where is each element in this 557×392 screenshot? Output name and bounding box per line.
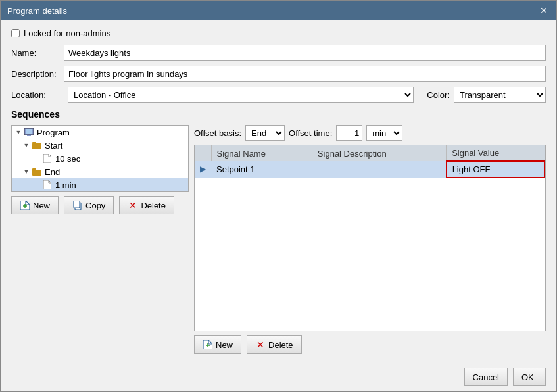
location-group: Location: Location - Office [11, 87, 414, 103]
expand-start-icon: ▼ [22, 141, 30, 149]
name-label: Name: [11, 48, 64, 58]
sequences-area: ▼ Program ▼ [11, 125, 546, 354]
offset-unit-select[interactable]: min sec hr [366, 125, 402, 141]
doc-10sec-icon [42, 153, 53, 164]
expand-end-icon: ▼ [22, 168, 30, 176]
location-select[interactable]: Location - Office [68, 87, 414, 103]
right-panel: Offset basis: End Start Offset time: min… [194, 125, 546, 354]
dialog-body: Locked for non-admins Name: Description:… [1, 20, 556, 362]
name-row: Name: [11, 45, 546, 61]
color-group: Color: Transparent [427, 87, 546, 103]
svg-rect-3 [32, 143, 41, 149]
svg-rect-2 [27, 135, 31, 136]
col-header-signal-name: Signal Name [211, 145, 312, 161]
color-label: Color: [427, 90, 450, 100]
close-button[interactable]: ✕ [538, 5, 550, 16]
tree-item-1min[interactable]: ▶ 1 min [12, 178, 188, 191]
offset-basis-label: Offset basis: [194, 128, 241, 138]
col-header-signal-description: Signal Description [312, 145, 446, 161]
folder-start-icon [32, 140, 42, 151]
location-color-row: Location: Location - Office Color: Trans… [11, 87, 546, 103]
table-delete-label: Delete [268, 340, 293, 350]
table-buttons: New ✕ Delete [194, 335, 546, 354]
sequences-label: Sequences [11, 109, 546, 120]
offset-basis-select[interactable]: End Start [245, 125, 285, 141]
location-label: Location: [11, 90, 64, 100]
tree-delete-label: Delete [141, 201, 166, 210]
tree-item-start[interactable]: ▼ Start [12, 139, 188, 152]
tree-delete-button[interactable]: ✕ Delete [119, 196, 174, 214]
ok-button[interactable]: OK [513, 368, 546, 386]
svg-marker-5 [43, 154, 51, 163]
dialog-title: Program details [7, 6, 67, 16]
tree-item-10sec[interactable]: ▶ 10 sec [12, 152, 188, 165]
folder-end-icon [32, 166, 42, 177]
description-row: Description: [11, 66, 546, 82]
tree-item-1min-label: 1 min [55, 180, 76, 190]
offset-time-input[interactable] [336, 125, 362, 141]
locked-label: Locked for non-admins [24, 28, 110, 38]
signal-name-cell: Setpoint 1 [211, 161, 312, 178]
new-table-icon [203, 339, 213, 350]
svg-rect-7 [32, 168, 36, 170]
tree-copy-button[interactable]: Copy [64, 196, 114, 214]
locked-checkbox[interactable] [11, 29, 20, 37]
color-select[interactable]: Transparent [454, 87, 546, 103]
offset-time-label: Offset time: [289, 128, 332, 138]
signal-description-cell [312, 161, 446, 178]
doc-1min-icon [42, 180, 53, 190]
svg-rect-13 [74, 201, 80, 208]
svg-rect-1 [26, 129, 32, 134]
cancel-button[interactable]: Cancel [464, 368, 508, 386]
tree-section: ▼ Program ▼ [11, 125, 189, 354]
description-label: Description: [11, 69, 64, 79]
col-header-signal-value: Signal Value [447, 145, 545, 161]
tree-new-label: New [33, 201, 50, 210]
tree-item-program-label: Program [37, 128, 70, 137]
signal-value-cell[interactable]: Light OFF [447, 161, 545, 178]
svg-marker-8 [43, 180, 51, 189]
signal-table-wrapper: Signal Name Signal Description Signal Va… [194, 145, 546, 331]
tree-item-end[interactable]: ▼ End [12, 165, 188, 178]
offset-row: Offset basis: End Start Offset time: min… [194, 125, 546, 141]
tree-copy-label: Copy [85, 201, 105, 210]
dialog-footer: Cancel OK [1, 362, 556, 391]
monitor-icon [24, 127, 34, 137]
table-new-label: New [216, 340, 233, 350]
tree-item-start-label: Start [45, 141, 62, 151]
svg-rect-6 [32, 170, 41, 176]
title-bar: Program details ✕ [1, 1, 556, 20]
tree-new-button[interactable]: New [11, 196, 59, 214]
tree-item-10sec-label: 10 sec [55, 154, 80, 164]
copy-icon [72, 200, 83, 210]
new-icon [20, 200, 30, 210]
name-input[interactable] [64, 45, 546, 61]
delete-tree-icon: ✕ [128, 200, 138, 210]
signal-table: Signal Name Signal Description Signal Va… [195, 145, 545, 178]
table-row[interactable]: ▶ Setpoint 1 Light OFF [195, 161, 545, 178]
table-delete-button[interactable]: ✕ Delete [247, 335, 302, 354]
tree-buttons: New Copy ✕ Delete [11, 196, 189, 214]
tree-item-program[interactable]: ▼ Program [12, 126, 188, 139]
description-input[interactable] [64, 66, 546, 82]
expand-program-icon: ▼ [14, 128, 22, 136]
table-new-button[interactable]: New [194, 335, 241, 354]
tree-item-end-label: End [45, 167, 60, 177]
program-details-dialog: Program details ✕ Locked for non-admins … [0, 0, 557, 392]
col-header-arrow [195, 145, 211, 161]
row-arrow-icon: ▶ [195, 161, 211, 178]
svg-rect-4 [32, 142, 36, 144]
tree-panel: ▼ Program ▼ [11, 125, 189, 192]
delete-table-icon: ✕ [255, 339, 266, 350]
locked-row: Locked for non-admins [11, 28, 546, 38]
